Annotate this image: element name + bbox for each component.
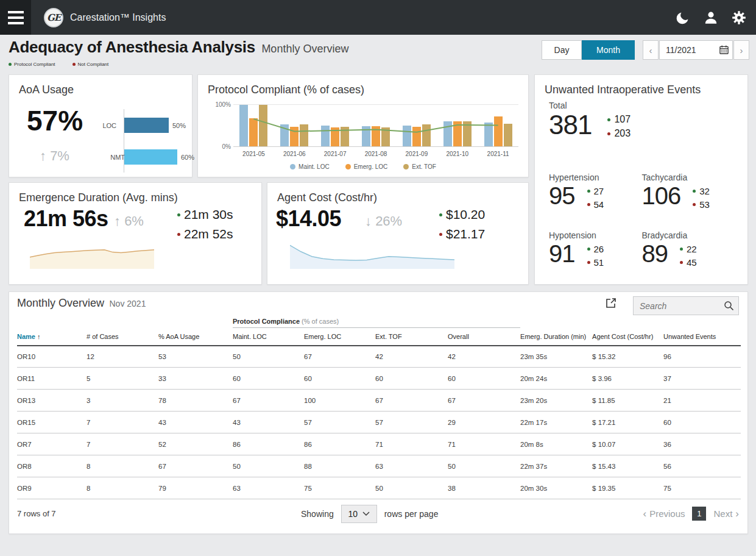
next-page-button[interactable]: Next › — [713, 508, 739, 519]
table-cell: OR13 — [17, 390, 87, 412]
bar-ext-tof[interactable] — [259, 105, 267, 146]
search-input[interactable] — [633, 296, 739, 315]
previous-month-button[interactable]: ‹ — [643, 40, 659, 60]
not-compliant-dot-icon — [680, 261, 683, 264]
bar-ext-tof[interactable] — [463, 121, 472, 146]
bar-emerg-loc[interactable] — [372, 126, 380, 146]
table-row[interactable]: OR98796375503820m 30s$ 19.3575 — [17, 477, 741, 499]
bar-maint-loc[interactable] — [362, 126, 370, 146]
dark-mode-moon-icon[interactable] — [674, 9, 691, 26]
bar-ext-tof[interactable] — [504, 124, 512, 146]
aoa-usage-value: 57% — [27, 104, 83, 137]
loc-bar-label: LOC — [92, 122, 116, 129]
column-header-overall[interactable]: Overall — [448, 328, 520, 346]
export-icon[interactable] — [605, 297, 618, 310]
table-cell: OR9 — [17, 477, 87, 499]
bar-emerg-loc[interactable] — [494, 116, 503, 146]
legend-ext-tof[interactable]: Ext. TOF — [403, 163, 436, 170]
maint-loc-dot-icon — [290, 164, 295, 169]
page-title: Adequacy of Anesthesia Analysis — [9, 38, 255, 56]
table-cell: 7 — [87, 433, 158, 455]
day-toggle-button[interactable]: Day — [542, 40, 582, 60]
column-header-ext-tof[interactable]: Ext. TOF — [375, 328, 448, 346]
column-header-cases[interactable]: # of Cases — [87, 328, 158, 346]
column-header-aoa-usage[interactable]: % AoA Usage — [158, 328, 233, 346]
ext-tof-dot-icon — [403, 164, 409, 169]
bar-maint-loc[interactable] — [321, 126, 330, 146]
column-header-maint-loc[interactable]: Maint. LOC — [233, 328, 304, 346]
trend-up-icon: ↑ — [40, 148, 46, 163]
month-toggle-button[interactable]: Month — [582, 40, 635, 60]
legend-item-not-compliant: Not Compliant — [72, 62, 109, 67]
table-cell: 20m 8s — [520, 433, 592, 455]
nmt-bar-label: NMT — [101, 154, 125, 161]
unwanted-events-title: Unwanted Intraoperative Events — [545, 84, 701, 96]
column-header-unwanted-events[interactable]: Unwanted Events — [663, 328, 741, 346]
column-header-emerg-duration[interactable]: Emerg. Duration (min) — [520, 328, 592, 346]
calendar-icon[interactable] — [719, 45, 729, 57]
events-total-label: Total — [549, 101, 631, 110]
compliance-legend: Protocol Compliant Not Compliant — [9, 62, 108, 67]
bar-maint-loc[interactable] — [239, 105, 248, 146]
agent-cost-value: $14.05 — [276, 206, 341, 232]
table-row[interactable]: OR88675088635022m 37s$ 15.4356 — [17, 455, 741, 477]
table-row[interactable]: OR1012535067424223m 35s$ 15.3296 — [17, 346, 741, 368]
trend-up-icon: ↑ — [114, 213, 121, 229]
y-axis-max-label: 100% — [208, 101, 231, 108]
table-cell: 53 — [158, 346, 233, 368]
event-bradycardia: Bradycardia 89 22 45 — [642, 230, 735, 268]
page-size-select[interactable]: 10 — [341, 505, 377, 523]
search-icon[interactable] — [724, 301, 734, 313]
nmt-bar[interactable] — [124, 149, 177, 165]
table-cell: 67 — [158, 455, 233, 477]
compliant-dot-icon — [9, 63, 12, 66]
events-total-value: 381 — [549, 112, 592, 138]
hamburger-menu-icon[interactable] — [0, 0, 31, 35]
table-cell: 22m 37s — [520, 455, 592, 477]
table-row[interactable]: OR115336060606020m 24s$ 3.9637 — [17, 368, 741, 390]
date-picker: ‹ › — [643, 40, 749, 60]
bar-ext-tof[interactable] — [381, 127, 390, 146]
protocol-bar-groups — [233, 105, 518, 146]
legend-emerg-loc[interactable]: Emerg. LOC — [345, 163, 388, 170]
bar-emerg-loc[interactable] — [453, 121, 462, 146]
table-cell: 75 — [304, 477, 375, 499]
not-compliant-dot-icon — [439, 233, 442, 236]
bar-emerg-loc[interactable] — [412, 127, 421, 146]
settings-gear-icon[interactable] — [730, 9, 747, 26]
bar-maint-loc[interactable] — [484, 123, 493, 146]
bar-group — [233, 105, 274, 146]
table-row[interactable]: OR1337867100676723m 20s$ 11.8521 — [17, 390, 741, 412]
page-number-button[interactable]: 1 — [692, 507, 706, 521]
next-month-button[interactable]: › — [733, 40, 749, 60]
column-header-name[interactable]: Name ↑ — [17, 328, 87, 346]
table-cell: 12 — [87, 346, 158, 368]
bar-ext-tof[interactable] — [341, 127, 349, 146]
column-header-agent-cost[interactable]: Agent Cost (Cost/hr) — [592, 328, 663, 346]
bar-ext-tof[interactable] — [300, 124, 308, 146]
aoa-usage-bar-chart: LOC 50% NMT 60% — [124, 109, 191, 173]
loc-bar[interactable] — [124, 118, 169, 133]
bar-emerg-loc[interactable] — [249, 118, 258, 146]
table-cell: 67 — [375, 390, 448, 412]
table-cell: 42 — [375, 346, 448, 368]
legend-maint-loc[interactable]: Maint. LOC — [290, 163, 330, 170]
agent-cost-sparkline — [290, 242, 454, 269]
emergence-sparkline — [30, 240, 154, 269]
previous-page-button[interactable]: ‹ Previous — [643, 508, 685, 519]
bar-maint-loc[interactable] — [403, 126, 411, 146]
table-row[interactable]: OR77528686717120m 8s$ 10.0736 — [17, 433, 741, 455]
bar-ext-tof[interactable] — [422, 124, 431, 146]
bar-group — [356, 105, 397, 146]
bar-maint-loc[interactable] — [443, 121, 452, 146]
bar-maint-loc[interactable] — [280, 124, 289, 146]
table-cell: $ 11.85 — [592, 390, 663, 412]
user-profile-icon[interactable] — [702, 9, 719, 26]
nmt-bar-value: 60% — [181, 154, 194, 161]
compliant-dot-icon — [607, 118, 610, 121]
rows-info: 7 rows of 7 — [17, 509, 56, 518]
bar-emerg-loc[interactable] — [331, 127, 339, 146]
table-row[interactable]: OR157434357572922m 17s$ 17.2160 — [17, 412, 741, 433]
column-header-emerg-loc[interactable]: Emerg. LOC — [304, 328, 375, 346]
bar-emerg-loc[interactable] — [290, 127, 299, 146]
